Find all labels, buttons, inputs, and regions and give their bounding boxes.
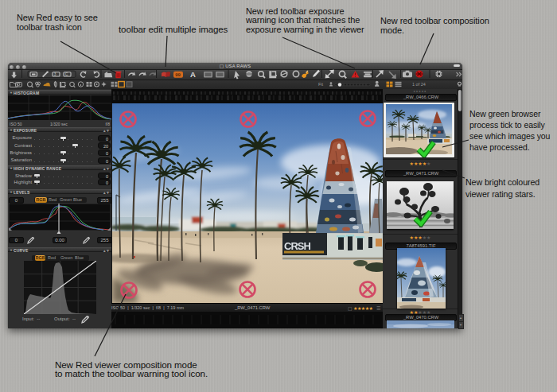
svg-text:1 of 24: 1 of 24 — [412, 82, 426, 87]
svg-text:3: 3 — [54, 72, 56, 76]
svg-text:C: C — [65, 72, 68, 76]
svg-text:Fit: Fit — [318, 82, 324, 87]
svg-text:A: A — [190, 70, 196, 79]
svg-text:CRSH: CRSH — [284, 240, 310, 252]
svg-text:99: 99 — [175, 72, 181, 77]
